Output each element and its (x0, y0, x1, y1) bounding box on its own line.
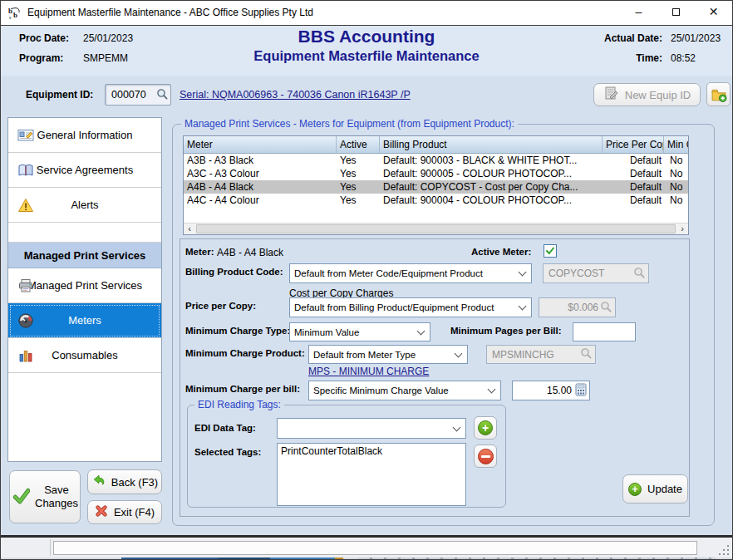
search-icon (600, 301, 612, 315)
save-check-icon (12, 486, 30, 508)
new-record-folder-button[interactable] (706, 82, 731, 106)
save-changes-button[interactable]: Save Changes (9, 470, 81, 523)
minimum-charge-type-label: Minimum Charge Type: (185, 326, 290, 336)
minimum-pages-per-bill-label: Minimum Pages per Bill: (450, 326, 562, 336)
edi-groupbox-title: EDI Reading Tags: (194, 399, 284, 410)
sidebar-item-alerts[interactable]: Alerts (8, 188, 161, 223)
gauge-icon (17, 312, 34, 329)
check-icon (545, 246, 555, 256)
minus-icon (478, 449, 494, 464)
scrollbar-thumb[interactable] (196, 224, 676, 233)
actual-date-value: 25/01/2023 (671, 32, 721, 44)
minimum-charge-per-bill-input[interactable]: 15.00 (512, 381, 590, 400)
svg-text:b: b (13, 11, 17, 19)
minimum-charge-product-label: Minimum Charge Product: (185, 348, 305, 358)
search-icon[interactable] (156, 88, 168, 102)
meters-table: Meter Active Billing Product Price Per C… (183, 135, 689, 235)
calculator-icon[interactable] (575, 383, 587, 399)
horizontal-scrollbar[interactable]: ‹ › (184, 223, 688, 234)
title-bar: bbs Equipment Masterfile Maintenance - A… (1, 1, 732, 26)
price-per-copy-label: Price per Copy: (185, 301, 256, 311)
search-icon (633, 267, 645, 281)
equipment-id-value: 000070 (111, 89, 146, 101)
app-icon: bbs (7, 5, 23, 21)
column-header-min-chg[interactable]: Min Chg (664, 136, 688, 153)
close-button[interactable]: ✕ (695, 1, 732, 25)
column-header-billing-product[interactable]: Billing Product (380, 136, 603, 153)
sidebar-item-general-information[interactable]: General Information (8, 118, 161, 153)
serial-link[interactable]: Serial: NQMA006963 - 740036 Canon iR1643… (180, 89, 411, 101)
equipment-id-input[interactable]: 000070 (105, 84, 171, 106)
table-row[interactable]: A3B - A3 Black Yes Default: 900003 - BLA… (184, 154, 688, 167)
sidebar-item-meters[interactable]: Meters (8, 303, 161, 338)
sidebar-spacer (8, 223, 161, 243)
scroll-left-icon[interactable]: ‹ (184, 224, 195, 234)
edi-reading-tags-groupbox: EDI Reading Tags: EDI Data Tag: + Select… (187, 405, 506, 508)
svg-text:s: s (9, 15, 12, 20)
column-header-price-per-copy[interactable]: Price Per Copy (603, 136, 664, 153)
search-icon (580, 347, 592, 361)
active-meter-label: Active Meter: (471, 247, 531, 257)
status-bar (1, 538, 732, 558)
meter-label: Meter: (185, 247, 214, 257)
warning-icon (17, 197, 34, 214)
app-window: bbs Equipment Masterfile Maintenance - A… (0, 0, 733, 560)
resize-grip[interactable] (717, 543, 729, 555)
sidebar: General Information Service Agreements A… (7, 117, 162, 462)
minimum-pages-per-bill-input[interactable] (573, 322, 636, 341)
add-tag-button[interactable]: + (474, 416, 497, 440)
billing-product-code-label: Billing Product Code: (185, 267, 283, 277)
active-meter-checkbox[interactable] (544, 244, 557, 258)
meters-groupbox-title: Managed Print Services - Meters for Equi… (181, 118, 518, 130)
folder-plus-icon (711, 86, 727, 103)
sidebar-item-managed-print-services[interactable]: Managed Print Services (8, 268, 161, 303)
billing-product-code-select[interactable]: Default from Meter Code/Equipment Produc… (289, 263, 532, 283)
svg-text:b: b (8, 7, 12, 15)
back-button[interactable]: Back (F3) (87, 469, 162, 494)
status-message-field (53, 541, 697, 555)
plus-icon: + (628, 483, 642, 496)
edi-data-tag-label: EDI Data Tag: (194, 423, 256, 433)
column-header-active[interactable]: Active (337, 136, 380, 153)
window-title: Equipment Masterfile Maintenance - ABC O… (27, 1, 313, 25)
minimum-charge-type-select[interactable]: Minimum Value (289, 322, 430, 341)
table-row[interactable]: A4C - A4 Colour Yes Default: 900004 - CO… (184, 194, 688, 207)
sidebar-item-service-agreements[interactable]: Service Agreements (8, 153, 161, 188)
update-button[interactable]: + Update (622, 474, 688, 504)
new-equip-id-button[interactable]: New Equip ID (593, 83, 701, 106)
bar-chart-icon (17, 347, 34, 364)
meters-table-header: Meter Active Billing Product Price Per C… (184, 136, 688, 154)
list-item[interactable]: PrintCounterTotalBlack (281, 445, 462, 457)
price-per-copy-lookup: $0.006 (539, 297, 616, 317)
price-per-copy-select[interactable]: Default from Billing Product/Equipment P… (289, 297, 532, 317)
scroll-right-icon[interactable]: › (676, 224, 688, 234)
book-icon (17, 162, 34, 179)
minimum-charge-per-bill-label: Minimum Charge per bill: (185, 384, 300, 394)
maximize-button[interactable] (657, 1, 695, 25)
screen-title: Equipment Masterfile Maintenance (1, 48, 732, 64)
minimum-charge-product-link[interactable]: MPS - MINIMUM CHARGE (308, 366, 429, 377)
selected-tags-label: Selected Tags: (194, 447, 261, 457)
id-card-icon (17, 127, 34, 144)
minimum-charge-product-lookup: MPSMINCHG (486, 345, 596, 364)
actual-date-label: Actual Date: (604, 32, 662, 44)
meter-value: A4B - A4 Black (217, 247, 283, 258)
minimize-button[interactable]: – (620, 1, 657, 25)
exit-button[interactable]: Exit (F4) (87, 500, 162, 524)
table-row[interactable]: A3C - A3 Colour Yes Default: 900005 - CO… (184, 167, 688, 180)
table-row-selected[interactable]: A4B - A4 Black Yes Default: COPYCOST - C… (184, 180, 688, 194)
column-header-meter[interactable]: Meter (184, 136, 337, 153)
new-equip-icon (603, 86, 619, 104)
equipment-id-label: Equipment ID: (26, 89, 93, 101)
billing-product-code-lookup: COPYCOST (543, 263, 649, 283)
selected-tags-listbox[interactable]: PrintCounterTotalBlack (277, 443, 466, 506)
minimum-charge-per-bill-select[interactable]: Specific Minimum Charge Value (308, 381, 501, 400)
edi-data-tag-select[interactable] (277, 418, 466, 439)
sidebar-item-consumables[interactable]: Consumables (8, 338, 161, 373)
minimum-charge-product-select[interactable]: Default from Meter Type (308, 345, 468, 364)
header: Proc Date: 25/01/2023 Program: SMPEMM BB… (1, 26, 732, 76)
exit-cross-icon (95, 504, 108, 520)
remove-tag-button[interactable] (474, 445, 497, 468)
time-label: Time: (636, 52, 662, 64)
meters-groupbox: Managed Print Services - Meters for Equi… (172, 124, 715, 526)
